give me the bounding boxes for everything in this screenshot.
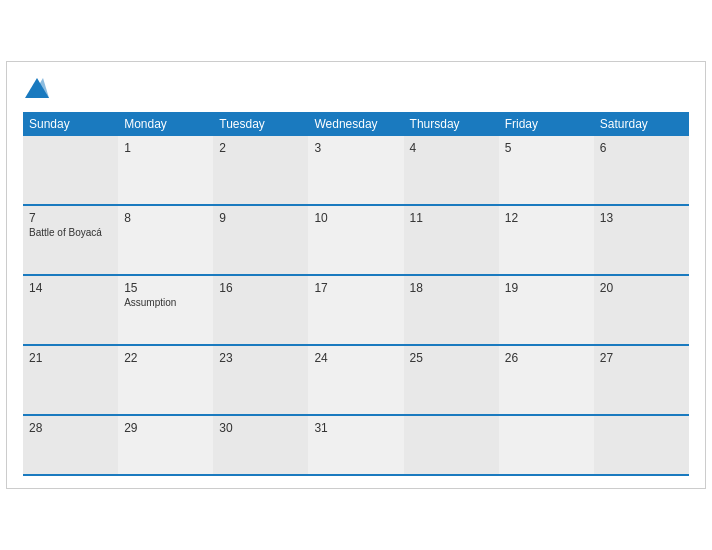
day-number: 10 <box>314 211 397 225</box>
day-cell: 4 <box>404 136 499 204</box>
day-cell: 26 <box>499 346 594 414</box>
day-number: 9 <box>219 211 302 225</box>
day-header-wednesday: Wednesday <box>308 112 403 136</box>
day-cell: 18 <box>404 276 499 344</box>
day-number: 18 <box>410 281 493 295</box>
day-number: 8 <box>124 211 207 225</box>
day-header-sunday: Sunday <box>23 112 118 136</box>
day-number: 27 <box>600 351 683 365</box>
day-number: 16 <box>219 281 302 295</box>
day-header-monday: Monday <box>118 112 213 136</box>
day-cell: 15Assumption <box>118 276 213 344</box>
calendar-container: SundayMondayTuesdayWednesdayThursdayFrid… <box>6 61 706 489</box>
calendar-grid: 1234567Battle of Boyacá89101112131415Ass… <box>23 136 689 476</box>
day-number: 6 <box>600 141 683 155</box>
day-cell: 5 <box>499 136 594 204</box>
day-number: 22 <box>124 351 207 365</box>
day-header-saturday: Saturday <box>594 112 689 136</box>
day-header-thursday: Thursday <box>404 112 499 136</box>
day-cell: 9 <box>213 206 308 274</box>
day-number: 17 <box>314 281 397 295</box>
day-cell: 17 <box>308 276 403 344</box>
day-number: 4 <box>410 141 493 155</box>
day-cell: 22 <box>118 346 213 414</box>
week-row-3: 1415Assumption1617181920 <box>23 276 689 346</box>
day-number: 2 <box>219 141 302 155</box>
day-number: 14 <box>29 281 112 295</box>
logo <box>23 78 49 98</box>
day-cell: 11 <box>404 206 499 274</box>
day-number: 21 <box>29 351 112 365</box>
day-cell: 6 <box>594 136 689 204</box>
day-number: 19 <box>505 281 588 295</box>
day-cell: 14 <box>23 276 118 344</box>
day-number: 31 <box>314 421 397 435</box>
day-number: 5 <box>505 141 588 155</box>
day-cell: 13 <box>594 206 689 274</box>
day-cell: 19 <box>499 276 594 344</box>
day-cell: 24 <box>308 346 403 414</box>
day-cell: 27 <box>594 346 689 414</box>
day-cell <box>594 416 689 474</box>
day-number: 7 <box>29 211 112 225</box>
day-number: 20 <box>600 281 683 295</box>
day-cell: 23 <box>213 346 308 414</box>
day-cell: 29 <box>118 416 213 474</box>
event-label: Assumption <box>124 297 207 308</box>
day-headers-row: SundayMondayTuesdayWednesdayThursdayFrid… <box>23 112 689 136</box>
day-header-tuesday: Tuesday <box>213 112 308 136</box>
day-number: 26 <box>505 351 588 365</box>
week-row-1: 123456 <box>23 136 689 206</box>
day-number: 28 <box>29 421 112 435</box>
week-row-2: 7Battle of Boyacá8910111213 <box>23 206 689 276</box>
day-cell: 30 <box>213 416 308 474</box>
day-cell: 16 <box>213 276 308 344</box>
day-cell: 12 <box>499 206 594 274</box>
day-number: 15 <box>124 281 207 295</box>
day-cell <box>404 416 499 474</box>
day-cell: 28 <box>23 416 118 474</box>
week-row-5: 28293031 <box>23 416 689 476</box>
day-number: 13 <box>600 211 683 225</box>
day-cell: 3 <box>308 136 403 204</box>
day-number: 1 <box>124 141 207 155</box>
day-number: 25 <box>410 351 493 365</box>
day-cell: 2 <box>213 136 308 204</box>
day-number: 11 <box>410 211 493 225</box>
day-number: 12 <box>505 211 588 225</box>
day-cell: 21 <box>23 346 118 414</box>
day-number: 29 <box>124 421 207 435</box>
day-number: 30 <box>219 421 302 435</box>
week-row-4: 21222324252627 <box>23 346 689 416</box>
day-cell <box>23 136 118 204</box>
day-number: 23 <box>219 351 302 365</box>
day-cell: 31 <box>308 416 403 474</box>
day-cell: 1 <box>118 136 213 204</box>
day-cell: 25 <box>404 346 499 414</box>
day-header-friday: Friday <box>499 112 594 136</box>
logo-icon <box>25 78 49 98</box>
day-number: 3 <box>314 141 397 155</box>
day-cell: 20 <box>594 276 689 344</box>
event-label: Battle of Boyacá <box>29 227 112 238</box>
day-cell: 8 <box>118 206 213 274</box>
day-number: 24 <box>314 351 397 365</box>
day-cell <box>499 416 594 474</box>
day-cell: 7Battle of Boyacá <box>23 206 118 274</box>
calendar-header <box>23 78 689 98</box>
day-cell: 10 <box>308 206 403 274</box>
